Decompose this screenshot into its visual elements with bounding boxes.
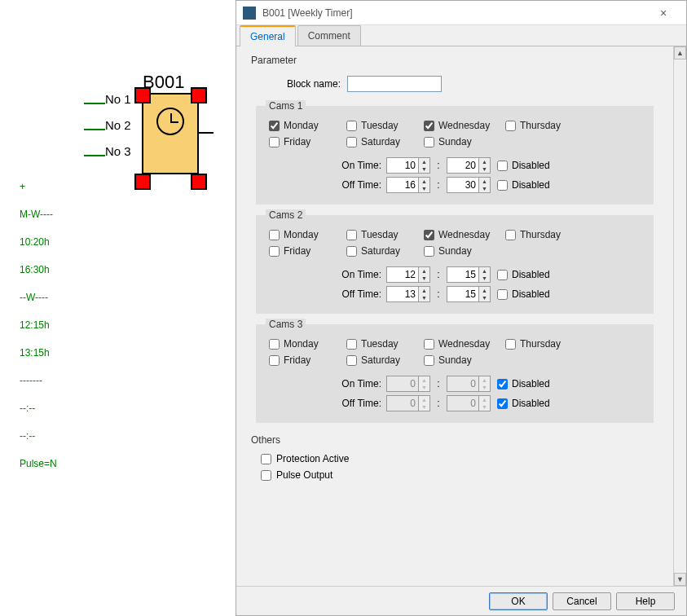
spinner-arrows-icon[interactable]: ▲▼ bbox=[479, 177, 491, 193]
cams3-saturday[interactable]: Saturday bbox=[346, 354, 424, 366]
input-label-2: No 2 bbox=[105, 118, 131, 132]
cams2-on-hour[interactable]: ▲▼ bbox=[386, 266, 430, 283]
parameter-group: Parameter Block name: Cams 1 Monday Tues… bbox=[251, 55, 658, 428]
spinner-arrows-icon[interactable]: ▲▼ bbox=[419, 266, 430, 283]
output-connector[interactable] bbox=[199, 132, 214, 134]
spinner-arrows-icon[interactable]: ▲▼ bbox=[419, 286, 430, 302]
parameter-legend: Parameter bbox=[251, 55, 302, 66]
cams1-thursday[interactable]: Thursday bbox=[505, 120, 583, 131]
cams-2-group: Cams 2 Monday Tuesday Wednesday Thursday… bbox=[256, 209, 654, 314]
window-title: B001 [Weekly Timer] bbox=[262, 7, 647, 19]
others-legend: Others bbox=[251, 434, 285, 446]
block-name-label: Block name: bbox=[284, 78, 341, 90]
dialog-footer: OK Cancel Help bbox=[236, 586, 686, 615]
close-icon[interactable]: × bbox=[647, 7, 680, 20]
cams2-off-hour[interactable]: ▲▼ bbox=[386, 286, 430, 302]
cams1-on-min[interactable]: ▲▼ bbox=[447, 157, 491, 174]
protection-active[interactable]: Protection Active bbox=[251, 451, 658, 467]
cams2-tuesday[interactable]: Tuesday bbox=[346, 229, 424, 240]
cams3-tuesday[interactable]: Tuesday bbox=[346, 338, 424, 350]
cams1-wednesday[interactable]: Wednesday bbox=[424, 120, 505, 131]
block-summary: +M-W----10:20h 16:30h--W----12:15h 13:15… bbox=[20, 173, 57, 477]
cams-3-group: Cams 3 Monday Tuesday Wednesday Thursday… bbox=[256, 319, 654, 423]
vertical-scrollbar[interactable]: ▲ ▼ bbox=[673, 46, 686, 586]
pulse-output[interactable]: Pulse Output bbox=[251, 467, 658, 483]
resize-handle-tl[interactable] bbox=[134, 87, 151, 103]
cams2-sunday[interactable]: Sunday bbox=[424, 245, 505, 257]
tab-comment[interactable]: Comment bbox=[297, 25, 361, 46]
cams1-friday[interactable]: Friday bbox=[269, 136, 346, 147]
cams2-monday[interactable]: Monday bbox=[269, 229, 346, 240]
cams1-on-hour[interactable]: ▲▼ bbox=[386, 157, 430, 174]
others-group: Others Protection Active Pulse Output bbox=[251, 434, 658, 483]
cams3-wednesday[interactable]: Wednesday bbox=[424, 338, 505, 350]
app-icon bbox=[243, 7, 256, 20]
cams2-wednesday[interactable]: Wednesday bbox=[424, 229, 505, 240]
cams3-on-min[interactable]: ▲▼ bbox=[447, 376, 491, 392]
cams1-off-min[interactable]: ▲▼ bbox=[447, 177, 491, 193]
spinner-arrows-icon: ▲▼ bbox=[419, 376, 430, 392]
diagram-canvas: B001 No 1 No 2 No 3 +M-W----10:20h 16:30… bbox=[0, 0, 236, 616]
spinner-arrows-icon[interactable]: ▲▼ bbox=[479, 157, 491, 174]
cams3-thursday[interactable]: Thursday bbox=[505, 338, 583, 350]
cams3-sunday[interactable]: Sunday bbox=[424, 354, 505, 366]
spinner-arrows-icon: ▲▼ bbox=[479, 395, 491, 411]
spinner-arrows-icon: ▲▼ bbox=[419, 395, 430, 411]
input-connector-3[interactable] bbox=[84, 155, 105, 156]
help-button[interactable]: Help bbox=[616, 592, 675, 610]
cams2-thursday[interactable]: Thursday bbox=[505, 229, 583, 240]
cams2-saturday[interactable]: Saturday bbox=[346, 245, 424, 257]
cams2-on-disabled[interactable]: Disabled bbox=[497, 269, 550, 280]
input-connector-1[interactable] bbox=[84, 103, 105, 104]
cams1-on-disabled[interactable]: Disabled bbox=[497, 160, 550, 171]
cams3-friday[interactable]: Friday bbox=[269, 354, 346, 366]
cams-1-group: Cams 1 Monday Tuesday Wednesday Thursday… bbox=[256, 100, 654, 205]
input-connector-2[interactable] bbox=[84, 129, 105, 130]
titlebar[interactable]: B001 [Weekly Timer] × bbox=[236, 1, 686, 25]
tab-general[interactable]: General bbox=[240, 25, 296, 46]
scroll-down-icon[interactable]: ▼ bbox=[674, 573, 686, 586]
cams1-sunday[interactable]: Sunday bbox=[424, 136, 505, 147]
ok-button[interactable]: OK bbox=[489, 592, 548, 610]
cams3-monday[interactable]: Monday bbox=[269, 338, 346, 350]
scroll-up-icon[interactable]: ▲ bbox=[674, 46, 686, 59]
input-label-3: No 3 bbox=[105, 144, 131, 158]
cams1-saturday[interactable]: Saturday bbox=[346, 136, 424, 147]
spinner-arrows-icon[interactable]: ▲▼ bbox=[419, 177, 430, 193]
resize-handle-br[interactable] bbox=[191, 174, 207, 190]
cams1-monday[interactable]: Monday bbox=[269, 120, 346, 131]
cams1-tuesday[interactable]: Tuesday bbox=[346, 120, 424, 131]
tab-bar: General Comment bbox=[236, 25, 686, 46]
cams3-off-hour[interactable]: ▲▼ bbox=[386, 395, 430, 411]
spinner-arrows-icon: ▲▼ bbox=[479, 376, 491, 392]
clock-icon bbox=[156, 108, 184, 135]
spinner-arrows-icon[interactable]: ▲▼ bbox=[479, 286, 491, 302]
cams2-off-disabled[interactable]: Disabled bbox=[497, 288, 550, 300]
spinner-arrows-icon[interactable]: ▲▼ bbox=[479, 266, 491, 283]
resize-handle-bl[interactable] bbox=[134, 174, 151, 190]
cams2-off-min[interactable]: ▲▼ bbox=[447, 286, 491, 302]
cams3-off-disabled[interactable]: Disabled bbox=[497, 398, 550, 409]
spinner-arrows-icon[interactable]: ▲▼ bbox=[419, 157, 430, 174]
resize-handle-tr[interactable] bbox=[191, 87, 207, 103]
input-label-1: No 1 bbox=[105, 92, 131, 106]
block-name-input[interactable] bbox=[347, 76, 442, 92]
properties-dialog: B001 [Weekly Timer] × General Comment Pa… bbox=[236, 0, 687, 616]
cancel-button[interactable]: Cancel bbox=[553, 592, 611, 610]
cams3-on-disabled[interactable]: Disabled bbox=[497, 378, 550, 389]
cams1-off-hour[interactable]: ▲▼ bbox=[386, 177, 430, 193]
cams1-off-disabled[interactable]: Disabled bbox=[497, 179, 550, 191]
cams3-on-hour[interactable]: ▲▼ bbox=[386, 376, 430, 392]
cams2-on-min[interactable]: ▲▼ bbox=[447, 266, 491, 283]
cams2-friday[interactable]: Friday bbox=[269, 245, 346, 257]
cams3-off-min[interactable]: ▲▼ bbox=[447, 395, 491, 411]
